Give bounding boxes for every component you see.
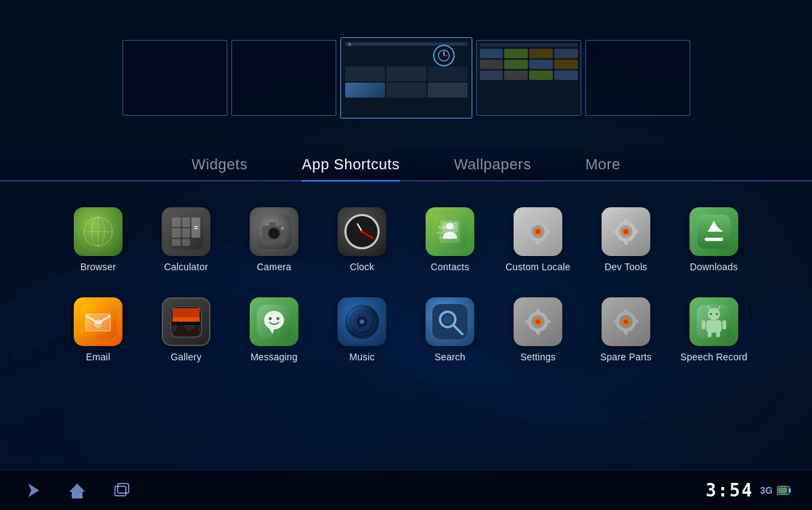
downloads-icon bbox=[690, 207, 738, 256]
app-music[interactable]: Music bbox=[321, 292, 403, 368]
app-spare-parts[interactable]: Spare Parts bbox=[585, 292, 667, 368]
time-display: 3:54 bbox=[706, 480, 754, 501]
apps-section: Browser = Calculator bbox=[0, 182, 812, 469]
workspace-panel-2[interactable] bbox=[231, 40, 336, 116]
svg-point-64 bbox=[264, 311, 284, 329]
tab-widgets[interactable]: Widgets bbox=[191, 156, 248, 180]
app-contacts[interactable]: Android Mobile Phone Contacts bbox=[409, 202, 491, 278]
svg-point-36 bbox=[624, 230, 629, 234]
svg-rect-120 bbox=[779, 487, 788, 493]
devtools-icon bbox=[602, 207, 650, 256]
app-custom-locale[interactable]: Custom Locale bbox=[497, 202, 579, 278]
email-icon: @ bbox=[74, 297, 122, 346]
app-downloads[interactable]: Downloads bbox=[673, 202, 754, 278]
clock-center-dot bbox=[361, 230, 363, 233]
svg-rect-110 bbox=[706, 320, 722, 333]
workspace-panel-4[interactable] bbox=[476, 40, 581, 116]
svg-rect-86 bbox=[526, 320, 531, 323]
app-clock[interactable]: Clock bbox=[321, 202, 403, 278]
clock-minute-hand bbox=[362, 231, 374, 238]
svg-rect-99 bbox=[634, 320, 639, 323]
app-camera[interactable]: Camera bbox=[233, 202, 315, 278]
apps-grid: Browser = Calculator bbox=[58, 202, 754, 368]
back-button[interactable] bbox=[20, 478, 45, 503]
calc-icon-visual: = bbox=[168, 214, 204, 249]
svg-point-73 bbox=[361, 320, 363, 323]
svg-point-11 bbox=[271, 231, 277, 236]
svg-point-95 bbox=[624, 319, 629, 324]
music-label: Music bbox=[349, 352, 375, 363]
svg-point-83 bbox=[536, 319, 541, 324]
workspace-strip bbox=[0, 0, 812, 149]
app-calculator[interactable]: = Calculator bbox=[145, 202, 227, 278]
svg-point-67 bbox=[276, 317, 279, 320]
app-email[interactable]: @ Email bbox=[58, 292, 139, 368]
settings-label: Settings bbox=[520, 352, 556, 363]
app-gallery[interactable]: Gallery bbox=[145, 292, 227, 368]
calc-cell-5 bbox=[172, 239, 181, 246]
home-button[interactable] bbox=[65, 478, 89, 503]
workspace-panel-1[interactable] bbox=[122, 40, 227, 116]
calculator-icon: = bbox=[162, 207, 210, 256]
svg-rect-113 bbox=[708, 332, 712, 337]
svg-point-108 bbox=[710, 313, 712, 315]
svg-rect-114 bbox=[716, 332, 720, 337]
workspace-panel-3[interactable] bbox=[340, 37, 472, 119]
music-icon-visual bbox=[344, 304, 380, 339]
camera-icon bbox=[250, 207, 298, 256]
back-icon bbox=[23, 481, 42, 500]
calc-cell-1 bbox=[172, 217, 181, 227]
clock-icon bbox=[338, 207, 386, 256]
app-search[interactable]: Search bbox=[409, 292, 491, 368]
clock-face bbox=[344, 214, 380, 249]
bottom-bar: 3:54 3G bbox=[0, 469, 812, 510]
settings-icon bbox=[514, 297, 562, 346]
svg-rect-117 bbox=[115, 486, 126, 496]
speech-icon-visual bbox=[696, 304, 731, 339]
camera-label: Camera bbox=[257, 261, 292, 273]
messaging-icon-visual bbox=[256, 304, 292, 339]
recents-button[interactable] bbox=[110, 478, 134, 503]
status-icons: 3G bbox=[760, 485, 792, 496]
svg-marker-116 bbox=[69, 484, 85, 498]
svg-point-78 bbox=[443, 315, 453, 324]
downloads-icon-visual bbox=[696, 214, 731, 249]
svg-text:@: @ bbox=[94, 318, 102, 327]
messaging-label: Messaging bbox=[250, 352, 298, 363]
speech-record-label: Speech Record bbox=[680, 352, 747, 363]
camera-icon-visual bbox=[256, 214, 292, 249]
tab-wallpapers[interactable]: Wallpapers bbox=[454, 156, 531, 180]
tab-more[interactable]: More bbox=[585, 156, 621, 180]
app-messaging[interactable]: Messaging bbox=[233, 292, 315, 368]
main-content: Widgets App Shortcuts Wallpapers More Br… bbox=[0, 0, 812, 510]
app-settings[interactable]: Settings bbox=[497, 292, 579, 368]
workspace-panel-5[interactable] bbox=[585, 40, 690, 116]
app-browser[interactable]: Browser bbox=[58, 202, 139, 278]
tab-app-shortcuts[interactable]: App Shortcuts bbox=[302, 156, 400, 180]
svg-rect-12 bbox=[269, 222, 276, 226]
locale-label: Custom Locale bbox=[505, 261, 570, 273]
app-speech-record[interactable]: Speech Record bbox=[673, 292, 754, 368]
tab-bar: Widgets App Shortcuts Wallpapers More bbox=[0, 149, 812, 182]
svg-rect-40 bbox=[634, 230, 639, 234]
calc-cell-equals: = bbox=[191, 217, 200, 238]
browser-icon bbox=[74, 207, 122, 256]
svg-rect-27 bbox=[526, 230, 531, 234]
calc-cell-3 bbox=[172, 228, 181, 238]
svg-text:Phone: Phone bbox=[438, 235, 451, 240]
svg-rect-87 bbox=[546, 320, 551, 323]
svg-point-109 bbox=[716, 313, 718, 315]
svg-rect-98 bbox=[614, 320, 618, 323]
home-icon bbox=[68, 481, 87, 500]
music-icon bbox=[338, 297, 386, 346]
messaging-icon bbox=[250, 297, 298, 346]
network-indicator: 3G bbox=[760, 485, 773, 496]
calc-cell-2 bbox=[182, 217, 191, 227]
devtools-label: Dev Tools bbox=[604, 261, 647, 273]
speech-record-icon bbox=[690, 297, 738, 346]
svg-point-24 bbox=[536, 230, 541, 234]
search-icon-visual bbox=[432, 304, 468, 339]
app-dev-tools[interactable]: Dev Tools bbox=[585, 202, 667, 278]
gallery-label: Gallery bbox=[171, 352, 202, 363]
status-bar: 3:54 3G bbox=[706, 480, 792, 501]
